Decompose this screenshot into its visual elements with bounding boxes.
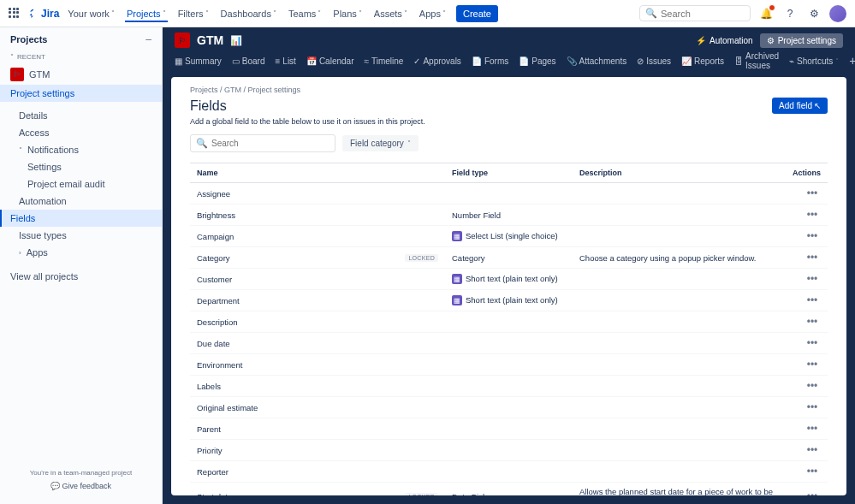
crumb-gtm[interactable]: GTM [224,86,241,94]
chevron-down-icon: ˅ [407,139,411,147]
sidebar-project-gtm[interactable]: 🏳 GTM [0,64,162,85]
more-actions-button[interactable]: ••• [804,380,821,392]
user-avatar[interactable] [829,5,846,22]
nav-dashboards[interactable]: Dashboards ˅ [219,5,278,22]
tab-board[interactable]: ▭Board [232,56,265,66]
table-row: Environment••• [190,354,828,376]
tab-issues[interactable]: ⊘Issues [637,56,671,66]
settings-icon[interactable]: ⚙ [805,5,822,22]
more-actions-button[interactable]: ••• [804,187,821,199]
field-desc [573,376,783,397]
give-feedback[interactable]: 💬 Give feedback [7,482,155,490]
field-name: Start date [197,492,232,496]
app-icon: ▦ [452,231,462,241]
tab-reports[interactable]: 📈Reports [681,56,724,66]
project-header: 🏳 GTM 📊 ⚡Automation ⚙Project settings [163,27,855,48]
tab-approvals[interactable]: ✓Approvals [413,56,460,66]
sidebar-automation[interactable]: Automation [0,193,162,210]
team-managed-note: You're in a team-managed project [7,469,155,477]
recent-label[interactable]: ˅Recent [0,50,162,64]
field-type [445,461,573,483]
crumb-projects[interactable]: Projects [190,86,218,94]
field-search-input[interactable] [211,139,330,148]
sidebar-fields[interactable]: Fields [0,210,162,227]
create-button[interactable]: Create [456,5,498,22]
nav-projects[interactable]: Projects ˅ [125,5,168,22]
table-row: Original estimate••• [190,397,828,418]
tab-timeline[interactable]: ≈Timeline [364,56,403,66]
tab-shortcuts[interactable]: ⌁Shortcuts ˅ [789,56,839,66]
sidebar: Projects – ˅Recent 🏳 GTM Project setting… [0,27,163,504]
field-type [445,376,573,397]
more-actions-button[interactable]: ••• [804,252,821,264]
more-actions-button[interactable]: ••• [804,273,821,285]
help-icon[interactable]: ? [781,5,799,22]
tab-archived-issues[interactable]: 🗄Archived Issues [734,51,779,70]
field-name: Environment [197,360,242,370]
sidebar-project-settings[interactable]: Project settings [0,85,162,102]
activity-icon[interactable]: 📊 [230,35,242,46]
app-switcher-icon[interactable] [9,8,21,20]
field-desc [573,333,783,354]
field-type [445,397,573,418]
sidebar-details[interactable]: Details [0,107,162,124]
more-actions-button[interactable]: ••• [804,490,821,495]
table-row: CategorylockedCategoryChoose a category … [190,247,828,269]
cursor-icon: ↖ [814,101,821,110]
global-search[interactable]: 🔍 [639,5,751,21]
notifications-icon[interactable]: 🔔 [757,5,775,22]
more-actions-button[interactable]: ••• [804,337,821,349]
tab-summary[interactable]: ▦Summary [175,56,222,66]
jira-logo[interactable]: Jira [27,8,59,20]
nav-teams[interactable]: Teams ˅ [287,5,323,22]
table-row: Reporter••• [190,461,828,483]
global-search-input[interactable] [661,9,745,19]
sidebar-access[interactable]: Access [0,124,162,141]
nav-filters[interactable]: Filters ˅ [176,5,211,22]
table-row: Start datelockedDate PickerAllows the pl… [190,483,828,496]
nav-assets[interactable]: Assets ˅ [372,5,409,22]
field-desc [573,354,783,376]
automation-button[interactable]: ⚡Automation [696,36,753,45]
more-actions-button[interactable]: ••• [804,359,821,371]
field-category-filter[interactable]: Field category˅ [342,135,419,151]
more-actions-button[interactable]: ••• [804,444,821,456]
page-subtext: Add a global field to the table below to… [190,117,828,126]
tab-attachments[interactable]: 📎Attachments [567,56,627,66]
field-desc: Allows the planned start date for a piec… [573,483,783,496]
nav-apps[interactable]: Apps ˅ [418,5,448,22]
add-tab-button[interactable]: + [849,54,855,68]
collapse-sidebar-icon[interactable]: – [145,34,151,44]
sidebar-notif-settings[interactable]: Settings [0,158,162,175]
nav-your-work[interactable]: Your work ˅ [66,5,116,22]
more-actions-button[interactable]: ••• [804,230,821,242]
field-type [445,311,573,333]
table-row: Description••• [190,311,828,333]
more-actions-button[interactable]: ••• [804,209,821,221]
crumb-current: Project settings [248,86,301,94]
tab-list[interactable]: ≡List [275,56,295,66]
sidebar-apps[interactable]: ›Apps [0,244,162,261]
field-search[interactable]: 🔍 [190,134,335,152]
more-actions-button[interactable]: ••• [804,465,821,477]
sidebar-notifications[interactable]: ˅Notifications [0,141,162,158]
more-actions-button[interactable]: ••• [804,316,821,328]
tab-calendar[interactable]: 📅Calendar [306,56,354,66]
more-actions-button[interactable]: ••• [804,294,821,306]
field-name: Parent [197,424,221,434]
tab-pages[interactable]: 📄Pages [519,56,555,66]
field-desc [573,461,783,483]
add-field-button[interactable]: Add field↖ [772,98,828,114]
tab-forms[interactable]: 📄Forms [472,56,508,66]
sidebar-issue-types[interactable]: Issue types [0,227,162,244]
sidebar-project-email-audit[interactable]: Project email audit [0,175,162,193]
project-settings-button[interactable]: ⚙Project settings [760,33,843,48]
field-name: Description [197,317,238,327]
app-icon: ▦ [452,295,462,305]
col-type: Field type [445,163,573,183]
more-actions-button[interactable]: ••• [804,423,821,435]
view-all-projects[interactable]: View all projects [0,268,162,285]
more-actions-button[interactable]: ••• [804,401,821,413]
sidebar-title: Projects [10,34,47,44]
nav-plans[interactable]: Plans ˅ [331,5,364,22]
